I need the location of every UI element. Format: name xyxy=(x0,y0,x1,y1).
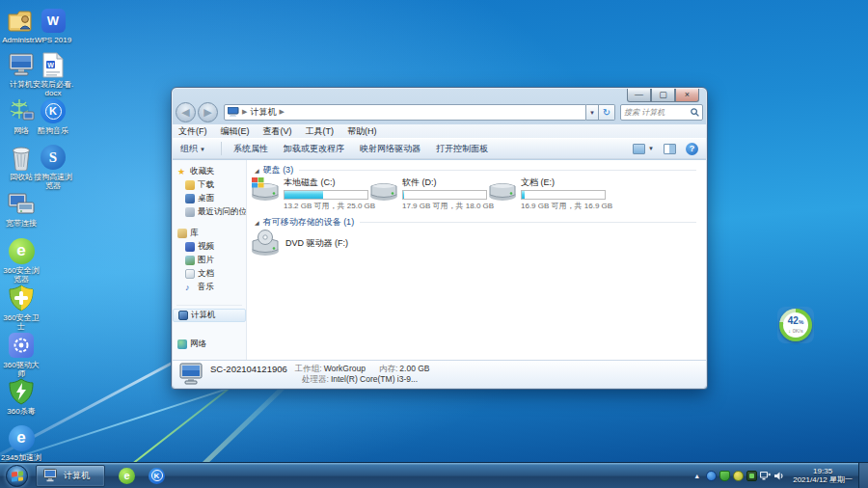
memory-value: 2.00 GB xyxy=(399,364,429,374)
sidebar-item-videos[interactable]: 视频 xyxy=(173,240,246,254)
section-rule xyxy=(360,222,696,223)
tray-360-browser-icon[interactable] xyxy=(706,471,717,481)
toolbar-separator xyxy=(221,142,222,155)
sidebar-item-documents[interactable]: 文档 xyxy=(173,267,246,281)
computer-icon xyxy=(228,107,239,117)
taskbar-button-computer[interactable]: 计算机 xyxy=(36,465,105,487)
workgroup-value: WorkGroup xyxy=(324,364,366,374)
clock-date: 2021/4/12 星期一 xyxy=(793,475,853,484)
drive-d-tile[interactable]: 软件 (D:) 17.9 GB 可用，共 18.0 GB xyxy=(369,176,494,211)
sidebar-group-favorites[interactable]: ★ 收藏夹 xyxy=(173,165,246,178)
2345-browser-icon: e xyxy=(9,425,35,451)
navigation-pane: ★ 收藏夹 下载 桌面 最近访问的位置 库 视频 xyxy=(173,160,247,360)
section-header-harddisks[interactable]: ◢ 硬盘 (3) xyxy=(255,164,696,176)
sidebar-item-downloads[interactable]: 下载 xyxy=(173,178,246,192)
show-hidden-icons-button[interactable]: ▲ xyxy=(693,473,700,479)
open-control-panel-button[interactable]: 打开控制面板 xyxy=(436,143,488,155)
sidebar-item-music[interactable]: ♪ 音乐 xyxy=(173,281,246,294)
sidebar-item-network[interactable]: 网络 xyxy=(173,338,246,351)
system-properties-button[interactable]: 系统属性 xyxy=(233,143,268,155)
sidebar-item-recent-places[interactable]: 最近访问的位置 xyxy=(173,205,246,219)
cpu-label: 处理器: xyxy=(302,374,329,385)
workgroup-label: 工作组: xyxy=(295,364,322,374)
address-dropdown-button[interactable]: ▼ xyxy=(586,104,599,121)
dvd-drive-icon xyxy=(251,230,280,257)
search-input[interactable]: 搜索 计算机 xyxy=(624,107,691,118)
preview-pane-icon[interactable] xyxy=(664,144,676,154)
network-tray-icon[interactable] xyxy=(760,471,771,481)
chevron-down-icon: ▼ xyxy=(200,147,205,152)
star-icon: ★ xyxy=(177,167,187,176)
menu-view[interactable]: 查看(V) xyxy=(263,125,292,138)
address-bar[interactable]: ▶ 计算机 ▶ xyxy=(224,104,586,121)
desktop-icon-360-driver[interactable]: 360驱动大师 xyxy=(0,331,42,378)
tray-driver-icon[interactable] xyxy=(746,471,757,481)
capacity-meter xyxy=(284,190,368,200)
menu-tools[interactable]: 工具(T) xyxy=(306,125,335,138)
forward-button[interactable]: ▶ xyxy=(198,102,218,122)
desktop-icon-360-browser[interactable]: e 360安全浏览器 xyxy=(0,236,42,284)
capacity-meter xyxy=(521,190,606,200)
show-desktop-button[interactable] xyxy=(858,463,868,488)
uninstall-program-button[interactable]: 卸载或更改程序 xyxy=(284,143,344,155)
explorer-window: — ▢ × ◀ ▶ ▶ 计算机 ▶ ▼ ↻ 搜索 计算机 文件(F) 编辑(E)… xyxy=(171,87,708,390)
desktop-icon-label: 搜狗高速浏览器 xyxy=(32,173,74,190)
volume-tray-icon[interactable] xyxy=(773,471,784,481)
menu-edit[interactable]: 编辑(E) xyxy=(221,125,250,138)
downloads-folder-icon xyxy=(185,180,195,190)
capacity-meter xyxy=(402,190,487,200)
collapse-triangle-icon[interactable]: ◢ xyxy=(255,219,259,226)
desktop-icon-kugou[interactable]: K 酷狗音乐 xyxy=(32,96,74,135)
menu-bar: 文件(F) 编辑(E) 查看(V) 工具(T) 帮助(H) xyxy=(173,124,706,138)
sidebar-item-desktop[interactable]: 桌面 xyxy=(173,192,246,205)
taskbar-kugou-icon[interactable]: K xyxy=(149,468,165,484)
tray-antivirus-shield-icon[interactable] xyxy=(719,471,730,481)
sidebar-group-libraries[interactable]: 库 xyxy=(173,227,246,240)
desktop-icon xyxy=(185,194,195,203)
help-icon[interactable]: ? xyxy=(686,143,698,155)
desktop-icon-sogou[interactable]: S 搜狗高速浏览器 xyxy=(32,143,74,190)
breadcrumb[interactable]: 计算机 xyxy=(250,106,276,119)
computer-icon xyxy=(178,311,188,320)
search-box[interactable]: 搜索 计算机 xyxy=(620,104,703,121)
desktop-icon-360-antivirus[interactable]: 360杀毒 xyxy=(0,377,42,416)
computer-name: SC-202104121906 xyxy=(210,364,287,374)
desktop-icon-docx[interactable]: W 安装后必看.docx xyxy=(32,50,74,97)
search-icon xyxy=(691,108,699,117)
hard-drive-icon xyxy=(369,176,398,202)
navigation-row: ◀ ▶ ▶ 计算机 ▶ ▼ ↻ 搜索 计算机 xyxy=(176,100,703,123)
back-button[interactable]: ◀ xyxy=(176,102,196,122)
desktop-icon-360-safe[interactable]: 360安全卫士 xyxy=(0,284,42,331)
desktop-icon-wps[interactable]: W WPS 2019 xyxy=(32,6,74,44)
desktop-icon-dialup[interactable]: 宽带连接 xyxy=(0,189,42,228)
desktop-icon-label: 安装后必看.docx xyxy=(32,80,74,97)
dvd-drive-tile[interactable]: DVD 驱动器 (F:) xyxy=(251,230,348,257)
drive-e-tile[interactable]: 文档 (E:) 16.9 GB 可用，共 16.9 GB xyxy=(488,176,612,211)
sidebar-separator xyxy=(176,305,242,306)
change-view-icon[interactable] xyxy=(633,144,645,154)
sidebar-item-pictures[interactable]: 图片 xyxy=(173,254,246,267)
wps-icon: W xyxy=(41,9,66,33)
organize-button[interactable]: 组织▼ xyxy=(180,143,205,155)
collapse-triangle-icon[interactable]: ◢ xyxy=(255,167,259,174)
menu-help[interactable]: 帮助(H) xyxy=(347,125,377,138)
start-button[interactable] xyxy=(6,465,28,487)
recent-places-icon xyxy=(185,207,195,217)
chevron-down-icon[interactable]: ▼ xyxy=(648,146,654,151)
refresh-icon[interactable]: ↻ xyxy=(599,104,615,121)
videos-icon xyxy=(185,242,195,252)
desktop-icon-label: 360杀毒 xyxy=(0,407,42,416)
taskbar-clock[interactable]: 19:35 2021/4/12 星期一 xyxy=(793,467,853,484)
dialup-connection-icon xyxy=(7,189,36,218)
menu-file[interactable]: 文件(F) xyxy=(178,125,207,138)
down-arrow-icon: ↓ xyxy=(788,328,791,334)
sidebar-item-computer[interactable]: 计算机 xyxy=(173,309,246,322)
libraries-icon xyxy=(177,229,187,238)
map-network-drive-button[interactable]: 映射网络驱动器 xyxy=(360,143,420,155)
word-document-icon: W xyxy=(39,50,68,79)
tray-360-safe-icon[interactable] xyxy=(733,471,744,481)
taskbar-360-browser-icon[interactable]: e xyxy=(119,468,135,484)
drive-c-tile[interactable]: 本地磁盘 (C:) 13.2 GB 可用，共 25.0 GB xyxy=(251,176,375,211)
section-header-removable[interactable]: ◢ 有可移动存储的设备 (1) xyxy=(255,216,696,229)
speed-ball-widget[interactable]: 42% ↓ 0K/s xyxy=(777,307,814,343)
